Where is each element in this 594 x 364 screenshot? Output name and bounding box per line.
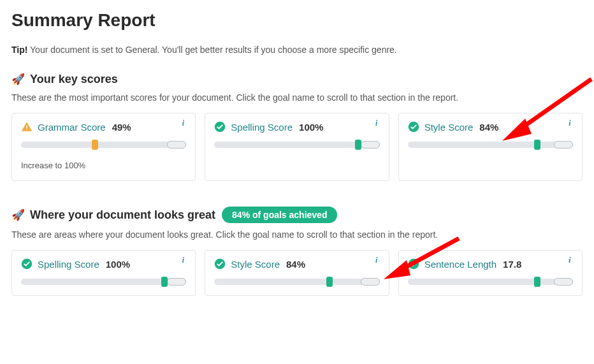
rocket-icon: 🚀 xyxy=(11,210,25,221)
score-title-link[interactable]: Style Score xyxy=(231,259,280,270)
info-icon[interactable]: i xyxy=(564,256,576,267)
score-card-spelling: i Spelling Score 100% xyxy=(205,113,389,181)
slider-end-cap xyxy=(554,278,573,286)
check-circle-icon xyxy=(408,258,419,270)
info-icon[interactable]: i xyxy=(564,119,576,130)
info-icon[interactable]: i xyxy=(371,256,382,267)
score-card-sentence-length: i Sentence Length 17.8 xyxy=(398,250,583,296)
score-title-link[interactable]: Style Score xyxy=(424,122,474,133)
score-slider[interactable] xyxy=(21,279,186,285)
slider-end-cap xyxy=(554,141,573,149)
page-title: Summary Report xyxy=(11,10,583,31)
rocket-icon: 🚀 xyxy=(11,74,25,85)
score-value: 100% xyxy=(299,122,323,133)
score-card-style: i Style Score 84% xyxy=(398,113,583,181)
check-circle-icon xyxy=(21,258,33,270)
slider-thumb[interactable] xyxy=(326,277,333,287)
slider-thumb[interactable] xyxy=(355,140,361,150)
tip-text: Your document is set to General. You'll … xyxy=(30,45,397,55)
check-circle-icon xyxy=(214,121,226,133)
score-slider[interactable] xyxy=(408,142,573,148)
score-title-link[interactable]: Spelling Score xyxy=(231,122,293,133)
check-circle-icon xyxy=(408,121,419,133)
key-scores-cards: i Grammar Score 49% Increase to 100% i S… xyxy=(11,113,583,181)
score-card-grammar: i Grammar Score 49% Increase to 100% xyxy=(11,113,196,181)
slider-end-cap xyxy=(167,278,186,286)
score-value: 84% xyxy=(479,122,498,133)
key-scores-heading: Your key scores xyxy=(30,73,118,86)
check-circle-icon xyxy=(214,258,226,270)
slider-end-cap xyxy=(361,278,380,286)
looks-great-heading: Where your document looks great xyxy=(30,208,215,222)
info-icon[interactable]: i xyxy=(177,119,189,130)
score-slider[interactable] xyxy=(21,142,186,148)
key-scores-sub: These are the most important scores for … xyxy=(11,92,583,103)
goals-achieved-badge: 84% of goals achieved xyxy=(222,207,337,223)
looks-great-cards: i Spelling Score 100% i Style Score 84% xyxy=(11,250,583,296)
tip-line: Tip! Your document is set to General. Yo… xyxy=(11,45,583,55)
info-icon[interactable]: i xyxy=(371,119,382,130)
svg-rect-1 xyxy=(26,129,27,130)
slider-end-cap xyxy=(167,141,186,149)
score-title-link[interactable]: Grammar Score xyxy=(38,122,106,133)
score-title-link[interactable]: Sentence Length xyxy=(424,259,496,270)
slider-thumb[interactable] xyxy=(534,140,540,150)
score-slider[interactable] xyxy=(214,142,379,148)
slider-thumb[interactable] xyxy=(92,140,98,150)
score-foot: Increase to 100% xyxy=(21,161,186,170)
slider-thumb[interactable] xyxy=(161,277,168,287)
tip-label: Tip! xyxy=(11,45,27,55)
score-title-link[interactable]: Spelling Score xyxy=(38,259,99,270)
score-card-spelling: i Spelling Score 100% xyxy=(11,250,196,296)
key-scores-header: 🚀 Your key scores xyxy=(11,73,583,86)
slider-end-cap xyxy=(361,141,380,149)
score-value: 84% xyxy=(286,259,305,270)
looks-great-sub: These are areas where your document look… xyxy=(11,229,583,240)
score-value: 49% xyxy=(112,122,131,133)
score-value: 100% xyxy=(106,259,130,270)
score-slider[interactable] xyxy=(408,279,573,285)
score-slider[interactable] xyxy=(214,279,379,285)
info-icon[interactable]: i xyxy=(177,256,189,267)
warning-icon xyxy=(21,121,33,133)
svg-rect-0 xyxy=(26,126,27,129)
score-card-style: i Style Score 84% xyxy=(205,250,389,296)
score-value: 17.8 xyxy=(503,259,521,270)
slider-thumb[interactable] xyxy=(534,277,540,287)
looks-great-header: 🚀 Where your document looks great 84% of… xyxy=(11,207,583,223)
